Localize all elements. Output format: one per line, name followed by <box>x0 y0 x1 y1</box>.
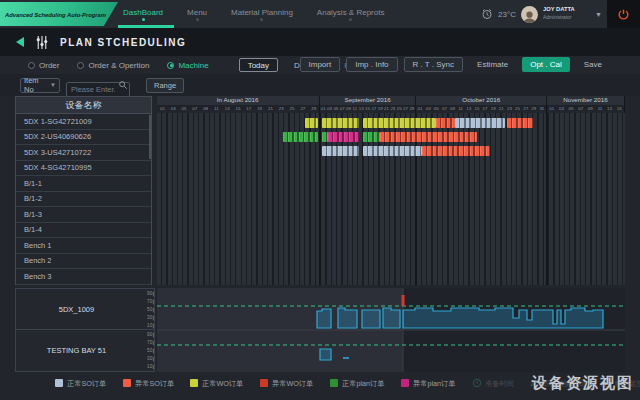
gantt-month-section: November 20160103050709111315 <box>547 96 625 113</box>
radio-dot-icon <box>28 62 35 69</box>
estimate-button[interactable]: Estimate <box>469 57 516 72</box>
nav-item-menu[interactable]: Menu <box>187 8 207 21</box>
gantt-bar-so-normal[interactable] <box>363 146 422 156</box>
machine-row[interactable]: Bench 2 <box>16 254 151 270</box>
gantt-day-label: 11 <box>595 105 605 109</box>
load-row: TESTING BAY 519070503010 <box>16 330 154 371</box>
gantt-month-label: October 2016 <box>416 96 546 105</box>
legend-label: 异常SO订单 <box>135 378 174 388</box>
gantt-day-label: 03 <box>168 105 179 109</box>
search-box <box>66 78 130 93</box>
chevron-down-icon[interactable]: ▼ <box>595 11 602 18</box>
gantt-bar-plan-abnormal[interactable] <box>328 132 359 142</box>
legend-swatch <box>260 379 268 387</box>
radio-machine[interactable]: Machine <box>167 61 208 70</box>
item-no-select[interactable]: Item No ▼ <box>20 78 60 93</box>
machine-row[interactable]: 5DX 2-US40690626 <box>16 130 151 146</box>
page-header: PLAN STCHEDULING <box>0 28 640 56</box>
gantt-bar-wo-normal[interactable] <box>322 118 359 128</box>
gantt-day-label: 23 <box>505 105 513 109</box>
gantt-day-label: 27 <box>522 105 530 109</box>
load-scale-tick: 50 <box>144 349 154 354</box>
imp-info-button[interactable]: Imp . Info <box>346 57 397 72</box>
nav-item-analysis-reprots[interactable]: Analysis & Reprots <box>317 8 385 21</box>
machine-row[interactable]: B/1-3 <box>16 207 151 223</box>
gantt-bar-so-abnormal[interactable] <box>422 146 490 156</box>
gantt-month-text: November 2016 <box>563 97 607 104</box>
gantt-day-label: 29 <box>308 105 319 109</box>
machine-row[interactable]: B/1-1 <box>16 176 151 192</box>
legend-time-label: 准备时间 <box>485 378 514 388</box>
radio-label: Order <box>39 61 59 70</box>
power-button[interactable] <box>607 0 640 28</box>
gantt-bar-so-abnormal[interactable] <box>436 118 455 128</box>
save-button[interactable]: Save <box>576 57 610 72</box>
gantt-day-label: 11 <box>211 105 222 109</box>
gantt-day-label: 05 <box>566 105 576 109</box>
gantt-day-label: 21 <box>497 105 505 109</box>
legend-swatch <box>330 379 338 387</box>
gantt-bar-so-abnormal[interactable] <box>507 118 533 128</box>
user-name: JOY DATTA <box>543 7 577 13</box>
user-avatar[interactable] <box>521 6 538 23</box>
machine-row[interactable]: 5DX 4-SG42710995 <box>16 161 151 177</box>
legend-item[interactable]: 异常SO订单 <box>123 378 179 389</box>
radio-order[interactable]: Order <box>28 61 59 70</box>
gantt-month-text: September 2016 <box>344 97 390 104</box>
toolbar: OrderOrder & OpertionMachine Today Day H… <box>0 56 640 74</box>
nav-item-material-planning[interactable]: Material Planning <box>231 8 293 21</box>
nav-item-dashboard[interactable]: DashBoard <box>123 8 163 21</box>
today-button[interactable]: Today <box>239 58 278 72</box>
back-button[interactable] <box>16 37 24 47</box>
page-title: PLAN STCHEDULING <box>60 37 186 48</box>
r-t-sync-button[interactable]: R . T . Sync <box>404 57 464 72</box>
gantt-bar-plan-normal[interactable] <box>283 132 318 142</box>
search-icon[interactable] <box>118 80 128 90</box>
machine-row[interactable]: Bench 3 <box>16 269 151 285</box>
machine-row[interactable]: Bench 1 <box>16 238 151 254</box>
table-scrollbar[interactable] <box>149 115 151 159</box>
gantt-day-label: 07 <box>440 105 448 109</box>
legend-time-item[interactable]: 准备时间 <box>472 378 517 389</box>
gantt-day-label: 01 <box>157 105 168 109</box>
gantt-grid <box>157 113 625 285</box>
load-scale-tick: 90 <box>144 333 154 338</box>
user-info: JOY DATTA Administrator <box>543 6 590 22</box>
legend-swatch <box>190 379 198 387</box>
gantt-bar-so-abnormal[interactable] <box>380 132 477 142</box>
legend-item[interactable]: 异常plan订单 <box>401 378 460 389</box>
load-machine-name: TESTING BAY 51 <box>16 330 137 371</box>
gantt-day-label: 19 <box>254 105 265 109</box>
legend-item[interactable]: 正常SO订单 <box>55 378 111 389</box>
item-no-label: Item No <box>24 76 50 94</box>
machine-row[interactable]: B/1-4 <box>16 223 151 239</box>
machine-row[interactable]: 5DX 3-US42710722 <box>16 145 151 161</box>
load-scale-tick: 90 <box>144 292 154 297</box>
range-button[interactable]: Range <box>146 78 184 93</box>
month-boundary-line <box>319 113 321 285</box>
legend-item[interactable]: 异常WO订单 <box>260 378 318 389</box>
machine-table-header: 设备名称 <box>16 97 151 114</box>
import-button[interactable]: Import <box>300 57 341 72</box>
nav-dot <box>260 18 263 21</box>
gantt-bar-plan-normal[interactable] <box>363 132 380 142</box>
legend-label: 异常plan订单 <box>413 378 455 388</box>
gantt-bar-so-normal[interactable] <box>322 146 359 156</box>
opt-cal-button[interactable]: Opt . Cal <box>522 57 570 72</box>
legend-item[interactable]: 正常plan订单 <box>330 378 389 389</box>
legend-item[interactable]: 正常WO订单 <box>190 378 248 389</box>
radio-order-opertion[interactable]: Order & Opertion <box>77 61 149 70</box>
gantt-day-label: 11 <box>457 105 465 109</box>
machine-row[interactable]: B/1-2 <box>16 192 151 208</box>
gantt-day-label: 07 <box>189 105 200 109</box>
machine-table-body: 5DX 1-SG427210095DX 2-US406906265DX 3-US… <box>16 114 151 285</box>
gantt-bar-so-normal[interactable] <box>455 118 505 128</box>
gantt-day-label: 13 <box>222 105 233 109</box>
nav-item-label: Analysis & Reprots <box>317 8 385 17</box>
gantt-day-label: 23 <box>276 105 287 109</box>
machine-row[interactable]: 5DX 1-SG42721009 <box>16 114 151 130</box>
gantt-bar-wo-normal[interactable] <box>363 118 436 128</box>
filter-bar: Item No ▼ Range <box>0 74 640 96</box>
gantt-bar-wo-normal[interactable] <box>305 118 318 128</box>
load-scale-tick: 50 <box>144 308 154 313</box>
